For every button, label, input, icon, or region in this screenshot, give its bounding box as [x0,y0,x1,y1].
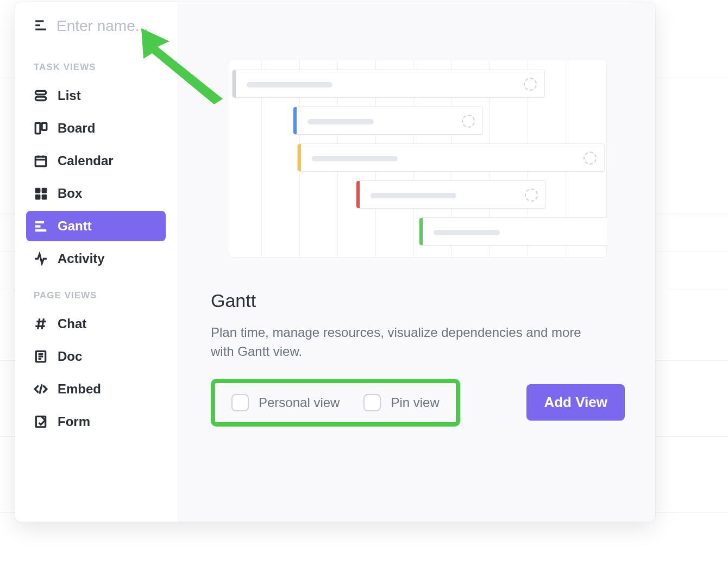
sidebar-item-label: Chat [58,316,86,331]
gantt-icon [34,18,48,34]
sidebar-item-label: Box [58,186,82,201]
gantt-preview [229,60,607,258]
svg-rect-4 [35,97,46,101]
hash-icon [34,317,48,331]
gantt-icon [34,219,48,233]
sidebar-item-label: Doc [58,349,82,364]
pin-view-label: Pin view [391,395,439,410]
personal-view-checkbox[interactable] [231,394,249,411]
view-name-input[interactable] [57,17,158,35]
sidebar-item-label: Embed [58,381,101,397]
embed-icon [34,382,48,396]
svg-rect-0 [35,20,43,22]
view-detail-description: Plan time, manage resources, visualize d… [211,323,602,361]
sidebar-item-label: Board [58,121,95,136]
box-icon [34,186,48,201]
svg-rect-1 [35,24,40,26]
svg-rect-2 [35,29,46,30]
sidebar-item-calendar[interactable]: Calendar [26,146,166,176]
svg-rect-3 [35,91,46,95]
personal-view-label: Personal view [259,395,340,410]
svg-rect-6 [42,123,47,130]
add-view-button[interactable]: Add View [526,384,625,421]
svg-rect-17 [35,230,46,231]
options-highlight: Personal view Pin view [211,379,460,427]
form-icon [34,415,48,429]
svg-rect-15 [35,221,43,223]
sidebar-item-gantt[interactable]: Gantt [26,211,166,241]
sidebar-item-board[interactable]: Board [26,113,166,143]
page-views-heading: PAGE VIEWS [15,276,177,306]
view-detail-title: Gantt [211,290,625,311]
calendar-icon [34,154,48,168]
sidebar-item-label: List [58,88,81,103]
svg-rect-12 [42,188,47,193]
task-views-heading: TASK VIEWS [15,48,177,78]
svg-rect-13 [35,195,40,199]
svg-rect-11 [35,188,40,193]
sidebar-item-label: Activity [58,251,105,266]
view-detail-pane: Gantt Plan time, manage resources, visua… [177,2,655,522]
svg-line-21 [42,318,43,329]
svg-line-26 [40,384,42,393]
sidebar-item-label: Calendar [58,153,114,168]
sidebar-item-list[interactable]: List [26,80,166,111]
sidebar-item-chat[interactable]: Chat [26,309,166,339]
board-icon [34,121,48,135]
activity-icon [34,252,48,266]
doc-icon [34,349,48,364]
views-sidebar: TASK VIEWS List Board Calendar Box [15,2,177,522]
svg-line-20 [38,318,40,329]
svg-rect-5 [35,123,40,134]
list-icon [34,89,48,103]
svg-rect-7 [35,156,46,166]
sidebar-item-doc[interactable]: Doc [26,341,166,372]
pin-view-checkbox[interactable] [363,394,381,411]
sidebar-item-activity[interactable]: Activity [26,243,166,274]
sidebar-item-label: Gantt [58,218,92,234]
svg-rect-16 [35,226,40,227]
sidebar-item-embed[interactable]: Embed [26,374,166,404]
add-view-panel: TASK VIEWS List Board Calendar Box [15,2,655,522]
svg-rect-14 [42,195,47,199]
sidebar-item-box[interactable]: Box [26,178,166,209]
sidebar-item-form[interactable]: Form [26,406,166,437]
sidebar-item-label: Form [58,414,90,429]
